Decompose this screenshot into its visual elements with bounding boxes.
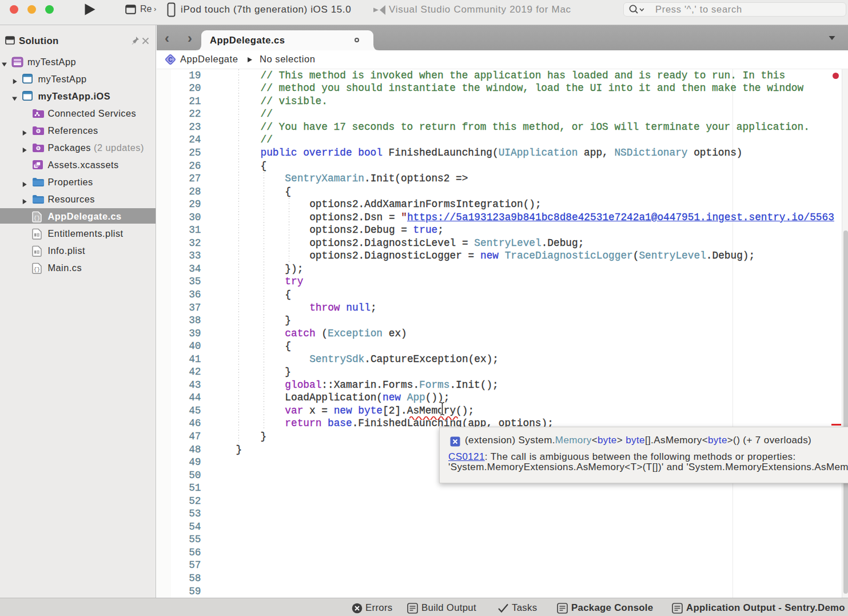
svg-text:C: C: [168, 56, 173, 63]
svg-text:{}: {}: [34, 266, 40, 272]
svg-text:{}: {}: [34, 214, 40, 221]
